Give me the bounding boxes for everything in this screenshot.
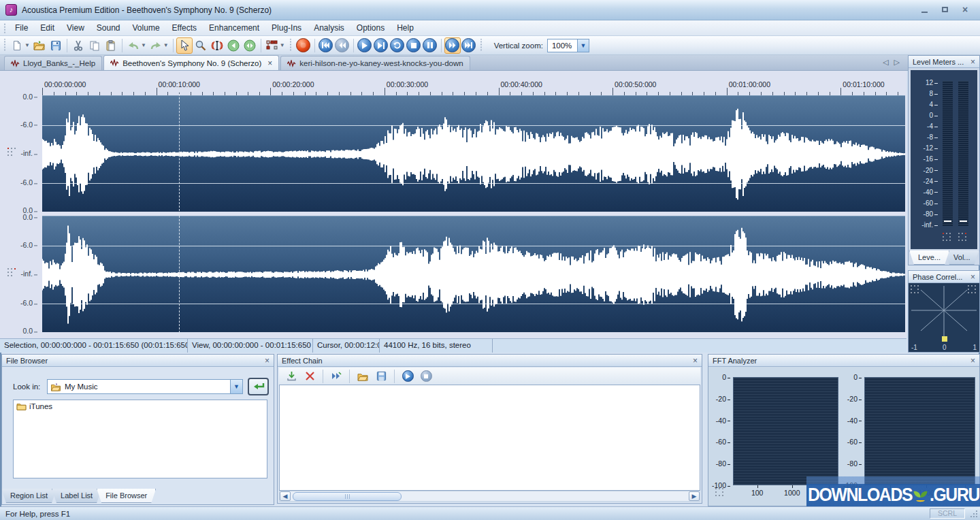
redo-dropdown[interactable]: ▼ <box>163 42 169 48</box>
level-tab-1[interactable]: Vol... <box>945 250 979 265</box>
menu-analysis[interactable]: Analysis <box>308 21 350 35</box>
tab-scroll-right-icon[interactable]: ▷ <box>894 58 900 67</box>
effect-chain-list[interactable] <box>279 385 700 491</box>
scroll-left-icon[interactable]: ◀ <box>280 491 291 501</box>
sprout-icon <box>913 487 929 504</box>
look-in-select[interactable]: My Music ▼ <box>47 379 243 394</box>
nudge-both-button[interactable] <box>242 37 258 54</box>
pause-button[interactable] <box>422 37 438 54</box>
tab-scroll-left-icon[interactable]: ◁ <box>883 58 888 67</box>
nudge-left-button[interactable] <box>225 37 242 54</box>
close-icon[interactable]: × <box>969 58 977 66</box>
play-button[interactable] <box>357 37 373 54</box>
menu-view[interactable]: View <box>61 21 91 35</box>
zoom-tool-button[interactable] <box>193 37 209 54</box>
rewind-button[interactable] <box>334 37 350 54</box>
fft-y-label: -40 <box>841 417 862 425</box>
menu-sound[interactable]: Sound <box>91 21 127 35</box>
go-to-start-button[interactable] <box>318 37 334 54</box>
phase-options-icon[interactable] <box>968 285 977 293</box>
scroll-right-icon[interactable]: ▶ <box>689 491 700 501</box>
pause-icon <box>427 42 433 48</box>
open-button[interactable] <box>31 37 48 54</box>
chevron-down-icon[interactable]: ▼ <box>230 380 242 393</box>
preview-play-button[interactable] <box>399 368 416 385</box>
open-chain-button[interactable] <box>355 368 371 385</box>
panel-tab-label-list[interactable]: Label List <box>52 489 101 503</box>
close-icon[interactable]: × <box>263 357 271 365</box>
menu-edit[interactable]: Edit <box>34 21 61 35</box>
phase-correlation-panel: Phase Correl...× -1 0 1 <box>908 270 980 353</box>
redo-button[interactable] <box>148 37 164 54</box>
anchor-dropdown[interactable]: ▼ <box>280 42 285 48</box>
fast-forward-button[interactable] <box>444 37 461 54</box>
timeline-ruler[interactable]: 00:00:00:00000:00:10:00000:00:20:00000:0… <box>42 79 905 95</box>
list-item[interactable]: iTunes <box>16 402 264 410</box>
copy-button[interactable] <box>86 37 103 54</box>
maximize-button[interactable] <box>939 5 950 15</box>
effect-chain-panel: Effect Chain× ◀ ▶ <box>277 354 702 504</box>
effect-chain-scrollbar[interactable]: ◀ ▶ <box>279 491 700 502</box>
go-to-end-button[interactable] <box>461 37 477 54</box>
document-tab-0[interactable]: Lloyd_Banks_-_Help <box>4 56 102 70</box>
menu-effects[interactable]: Effects <box>166 21 203 35</box>
meter-scale-label: -80 <box>911 211 938 218</box>
play-from-cursor-button[interactable] <box>373 37 389 54</box>
file-list[interactable]: iTunes <box>13 400 267 478</box>
new-file-button[interactable] <box>9 37 25 54</box>
document-tab-2[interactable]: keri-hilson-ne-yo-kaney-west-knocks-you-… <box>280 56 470 70</box>
stop-button[interactable] <box>406 37 422 54</box>
go-to-folder-button[interactable] <box>248 378 269 395</box>
paste-button[interactable] <box>103 37 119 54</box>
waveform-channel-right[interactable] <box>42 216 905 332</box>
level-tab-0[interactable]: Leve... <box>909 250 949 265</box>
undo-button[interactable] <box>125 37 142 54</box>
menu-enhancement[interactable]: Enhancement <box>203 21 265 35</box>
tab-close-icon[interactable]: × <box>267 59 272 68</box>
close-button[interactable]: × <box>960 5 970 15</box>
add-effect-button[interactable] <box>283 368 299 385</box>
menu-file[interactable]: File <box>9 21 34 35</box>
menu-plug-ins[interactable]: Plug-Ins <box>265 21 308 35</box>
save-button[interactable] <box>48 37 64 54</box>
close-icon[interactable]: × <box>691 357 699 365</box>
close-icon[interactable]: × <box>969 273 977 281</box>
meter-options-icon[interactable] <box>958 233 968 241</box>
close-icon[interactable]: × <box>969 357 977 365</box>
panel-tab-region-list[interactable]: Region List <box>1 489 56 503</box>
remove-effect-button[interactable] <box>301 368 318 385</box>
process-chain-button[interactable] <box>328 368 344 385</box>
scroll-thumb[interactable] <box>293 492 402 501</box>
save-icon <box>50 40 61 51</box>
phase-options-icon[interactable] <box>911 285 920 293</box>
process-arrows-icon <box>331 372 342 380</box>
channel2-db-scale: 0.0-6.0-inf.-6.00.0 <box>0 216 39 332</box>
file-name: iTunes <box>29 402 52 410</box>
select-tool-button[interactable] <box>176 37 193 54</box>
minimize-button[interactable] <box>919 5 930 15</box>
save-chain-button[interactable] <box>373 368 389 385</box>
panel-tab-file-browser[interactable]: File Browser <box>97 489 156 503</box>
chevron-down-icon[interactable]: ▼ <box>577 39 589 52</box>
record-button[interactable] <box>295 37 312 54</box>
fft-options-icon[interactable] <box>715 488 725 496</box>
meter-options-icon[interactable] <box>943 233 952 241</box>
cut-button[interactable] <box>70 37 86 54</box>
vertical-zoom-select[interactable]: 100% ▼ <box>547 39 589 52</box>
new-file-dropdown[interactable]: ▼ <box>24 42 30 48</box>
preview-stop-button[interactable] <box>418 368 434 385</box>
menu-options[interactable]: Options <box>350 21 391 35</box>
menu-volume[interactable]: Volume <box>127 21 166 35</box>
tab-label: Beethoven's Symphony No. 9 (Scherzo) <box>122 59 261 67</box>
loop-play-button[interactable] <box>389 37 406 54</box>
ruler-label: 00:00:40:000 <box>501 80 542 88</box>
scrub-tool-button[interactable] <box>209 37 225 54</box>
waveform-channel-left[interactable] <box>42 95 905 212</box>
menu-help[interactable]: Help <box>391 21 420 35</box>
save-icon <box>376 371 387 381</box>
undo-dropdown[interactable]: ▼ <box>141 42 146 48</box>
anchor-points-button[interactable] <box>264 37 280 54</box>
resize-grip[interactable] <box>970 510 978 518</box>
waveform-editor[interactable]: 00:00:00:00000:00:10:00000:00:20:00000:0… <box>0 71 906 338</box>
document-tab-1[interactable]: Beethoven's Symphony No. 9 (Scherzo)× <box>103 55 279 70</box>
